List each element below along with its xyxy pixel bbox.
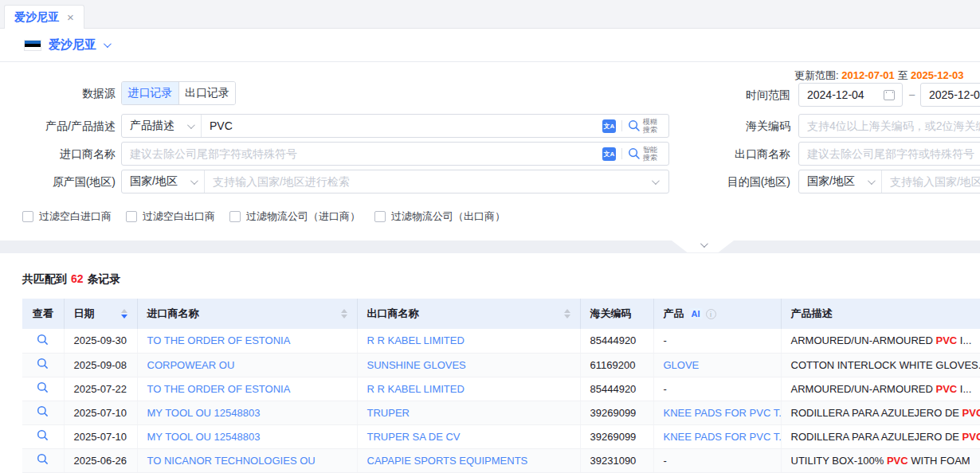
exporter-input-group xyxy=(798,142,980,166)
description-text: I... xyxy=(957,334,971,346)
origin-type-select[interactable]: 国家/地区 xyxy=(122,170,205,193)
data-source-toggle: 进口记录 出口记录 xyxy=(121,81,236,105)
importer-input[interactable] xyxy=(122,143,602,165)
checkbox-label: 过滤物流公司（出口商） xyxy=(391,209,505,224)
translate-icon[interactable]: 文A xyxy=(602,119,616,133)
checkbox-icon xyxy=(229,211,241,222)
col-importer[interactable]: 进口商名称 xyxy=(137,299,357,329)
checkbox-icon xyxy=(374,211,386,222)
update-range-to: 2025-12-03 xyxy=(911,69,964,81)
exporter-link[interactable]: R R KABEL LIMITED xyxy=(367,334,465,346)
product-link[interactable]: KNEE PADS FOR PVC T... xyxy=(664,431,782,443)
importer-link[interactable]: MY TOOL OU 12548803 xyxy=(147,431,261,443)
col-date[interactable]: 日期 xyxy=(64,299,137,329)
chevron-down-icon xyxy=(187,121,195,129)
collapse-filter-button[interactable] xyxy=(672,240,734,252)
cell-description: COTTON INTERLOCK WHITE GLOVES... xyxy=(781,353,980,377)
cell-product: GLOVE xyxy=(653,353,781,377)
calendar-icon[interactable] xyxy=(884,90,895,100)
checkbox-label: 过滤空白进口商 xyxy=(39,209,112,224)
cell-description: UTILITY BOX-100% PVC WITH FOAM xyxy=(781,448,980,472)
destination-input[interactable] xyxy=(882,170,980,193)
sort-icon-importer[interactable] xyxy=(341,309,347,319)
panel-gap xyxy=(0,240,980,253)
product-input[interactable] xyxy=(202,115,602,137)
exporter-label: 出口商名称 xyxy=(695,142,790,166)
date-to-input[interactable] xyxy=(921,84,980,106)
product-link[interactable]: KNEE PADS FOR PVC T... xyxy=(664,407,782,419)
cell-exporter: TRUPER xyxy=(357,401,580,424)
product-type-select[interactable]: 产品描述 xyxy=(122,115,202,137)
view-record-button[interactable] xyxy=(22,377,64,401)
importer-link[interactable]: MY TOOL OU 12548803 xyxy=(147,407,261,419)
magnifier-icon xyxy=(37,453,49,465)
highlighted-keyword: PVC xyxy=(887,455,908,467)
view-record-button[interactable] xyxy=(22,424,64,448)
col-product: 产品AIi xyxy=(653,299,781,329)
magnifier-icon xyxy=(37,358,49,369)
destination-input-group: 国家/地区 xyxy=(798,170,980,194)
close-icon[interactable]: × xyxy=(67,11,74,23)
checkbox-filter-blank-exporter[interactable]: 过滤空白出口商 xyxy=(126,209,215,224)
importer-link[interactable]: TO THE ORDER OF ESTONIA xyxy=(147,383,291,395)
exporter-input[interactable] xyxy=(799,143,980,165)
sort-icon-exporter[interactable] xyxy=(564,309,570,319)
importer-link[interactable]: CORPOWEAR OU xyxy=(147,359,235,371)
exporter-link[interactable]: R R KABEL LIMITED xyxy=(367,383,465,395)
cell-hs-code: 61169200 xyxy=(580,353,653,377)
exporter-link[interactable]: SUNSHINE GLOVES xyxy=(367,359,466,371)
search-icon xyxy=(628,119,641,132)
view-record-button[interactable] xyxy=(22,401,64,424)
destination-type-select[interactable]: 国家/地区 xyxy=(799,170,882,193)
tab-estonia[interactable]: 爱沙尼亚 × xyxy=(4,5,84,29)
exporter-link[interactable]: TRUPER xyxy=(367,407,410,419)
sort-icon-date[interactable] xyxy=(121,309,127,319)
col-exporter[interactable]: 出口商名称 xyxy=(357,299,580,329)
cell-product: - xyxy=(653,377,781,401)
cell-product: - xyxy=(653,329,781,353)
cell-date: 2025-07-10 xyxy=(64,424,137,448)
date-from-input[interactable] xyxy=(799,84,884,106)
toggle-import-records[interactable]: 进口记录 xyxy=(122,82,178,104)
view-record-button[interactable] xyxy=(22,448,64,472)
country-name[interactable]: 爱沙尼亚 xyxy=(49,37,96,53)
cell-exporter: R R KABEL LIMITED xyxy=(357,329,580,353)
info-icon[interactable]: i xyxy=(706,309,716,319)
origin-dropdown-arrow[interactable] xyxy=(652,179,668,185)
magnifier-icon xyxy=(37,334,49,346)
toggle-export-records[interactable]: 出口记录 xyxy=(178,82,235,104)
update-range: 更新范围: 2012-07-01 至 2025-12-03 xyxy=(794,68,964,83)
cell-hs-code: 85444920 xyxy=(580,329,653,353)
ai-badge: AI xyxy=(689,308,703,319)
update-range-join: 至 xyxy=(897,69,907,81)
country-header: 爱沙尼亚 xyxy=(0,29,980,62)
tab-label: 爱沙尼亚 xyxy=(14,10,59,25)
date-separator: – xyxy=(909,83,915,107)
checkbox-filter-blank-importer[interactable]: 过滤空白进口商 xyxy=(22,209,112,224)
hs-code-input[interactable] xyxy=(799,115,980,137)
fuzzy-line1: 模糊 xyxy=(643,118,657,126)
result-count: 共匹配到62条记录 xyxy=(22,272,980,287)
origin-input[interactable] xyxy=(205,170,652,193)
importer-label: 进口商名称 xyxy=(0,142,116,166)
importer-link[interactable]: TO THE ORDER OF ESTONIA xyxy=(147,334,291,346)
checkbox-filter-logistics-importer[interactable]: 过滤物流公司（进口商） xyxy=(229,209,360,224)
magnifier-icon xyxy=(37,429,49,441)
smart-search-button[interactable]: 智能搜索 xyxy=(628,146,657,162)
product-link[interactable]: GLOVE xyxy=(664,359,700,371)
checkbox-filter-logistics-exporter[interactable]: 过滤物流公司（出口商） xyxy=(374,209,505,224)
chevron-down-icon xyxy=(700,240,708,248)
description-text: RODILLERA PARA AZULEJERO DE xyxy=(791,431,962,443)
chevron-down-icon[interactable] xyxy=(104,40,112,48)
view-record-button[interactable] xyxy=(22,353,64,377)
highlighted-keyword: PVC xyxy=(962,407,980,419)
view-record-button[interactable] xyxy=(22,329,64,353)
highlighted-keyword: PVC xyxy=(936,383,958,395)
fuzzy-search-button[interactable]: 模糊搜索 xyxy=(628,118,657,134)
exporter-link[interactable]: TRUPER SA DE CV xyxy=(367,431,461,443)
cell-importer: CORPOWEAR OU xyxy=(137,353,357,377)
translate-icon[interactable]: 文A xyxy=(602,147,616,161)
cell-importer: MY TOOL OU 12548803 xyxy=(137,424,357,448)
importer-link[interactable]: TO NICANOR TECHNOLOGIES OU xyxy=(147,455,316,467)
exporter-link[interactable]: CAPAPIE SPORTS EQUIPMENTS xyxy=(367,455,528,467)
